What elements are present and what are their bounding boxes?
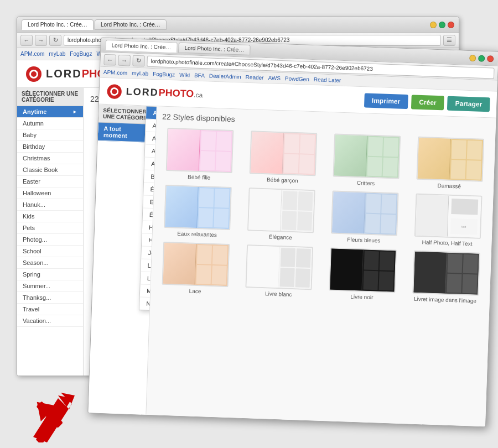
front-bm-wiki[interactable]: Wiki (179, 72, 190, 79)
front-thumb-bebefille (166, 128, 234, 173)
front-refresh-button[interactable]: ↻ (132, 55, 145, 66)
front-label-damasse: Damassé (437, 183, 461, 189)
sidebar-item-vacation[interactable]: Vacation... (17, 315, 83, 327)
front-gallery-item-damasse[interactable]: Damassé (410, 136, 490, 190)
front-gallery-item-lace[interactable]: Lace (156, 241, 236, 295)
front-thumb-elegance (247, 187, 315, 233)
back-sidebar: SÉLECTIONNER UNE CATÉGORIE Anytime ► Aut… (17, 88, 84, 376)
front-bm-powdgen[interactable]: PowdGen (285, 75, 309, 82)
sidebar-item-travel[interactable]: Travel (17, 304, 83, 315)
front-gallery-grid: Bébé fille Bébé garçon (156, 128, 490, 305)
front-thumb-lace (162, 242, 230, 287)
sidebar-item-school[interactable]: School (17, 246, 83, 257)
front-thumb-halfphoto: text (414, 194, 482, 239)
front-label-elegance: Élégance (269, 233, 292, 240)
sidebar-item-anytime[interactable]: Anytime ► (17, 106, 83, 118)
front-gallery-item-eauxrelaxantes[interactable]: Eaux relaxantes (158, 185, 238, 239)
front-back-button[interactable]: ← (103, 54, 116, 65)
front-gallery-area: 22 Styles disponibles Bébé fille (146, 106, 496, 426)
front-thumb-bebegarcon (250, 131, 318, 176)
svg-point-2 (31, 71, 37, 77)
front-gallery-item-bebeenfant[interactable]: Bébé fille (160, 128, 240, 182)
front-bm-bfa[interactable]: BFA (194, 72, 205, 79)
arrow-svg (28, 393, 77, 442)
front-gallery-item-livretimage[interactable]: Livret image dans l'image (406, 250, 486, 304)
sidebar-item-pets[interactable]: Pets (17, 222, 83, 234)
front-bm-aws[interactable]: AWS (268, 75, 281, 81)
front-header-buttons: Imprimer Créer Partager (364, 93, 490, 112)
front-bm-fogbugz[interactable]: FogBugz (153, 71, 175, 77)
front-logo-icon (106, 83, 123, 100)
front-gallery-item-livreblanc[interactable]: Livre blanc (240, 244, 319, 299)
front-label-lace: Lace (189, 288, 201, 294)
front-label-livrenoir: Livre noir (350, 294, 373, 300)
sidebar-item-kids[interactable]: Kids (17, 211, 83, 222)
sidebar-item-easter[interactable]: Easter (17, 176, 83, 187)
front-close-button[interactable] (487, 55, 494, 62)
front-label-halfphoto: Half Photo, Half Text (422, 239, 472, 247)
front-label-critters: Critters (357, 180, 375, 186)
sidebar-item-classicbook[interactable]: Classic Book (17, 164, 83, 176)
front-minimize-button[interactable] (469, 54, 476, 61)
front-gallery-item-bebegarcon[interactable]: Bébé garçon (243, 131, 323, 185)
back-category-header: SÉLECTIONNER UNE CATÉGORIE (17, 88, 83, 106)
sidebar-item-baby[interactable]: Baby (17, 129, 83, 141)
refresh-button[interactable]: ↻ (49, 35, 61, 46)
front-logo-area: LORDPHOTO.ca (106, 83, 203, 103)
front-create-button[interactable]: Créer (411, 95, 444, 110)
front-tab-1[interactable]: Lord Photo Inc. : Créez et ... (105, 40, 178, 53)
minimize-button[interactable] (430, 22, 437, 28)
front-tab-2[interactable]: Lord Photo Inc. : Créez et ... (178, 43, 251, 56)
sidebar-item-christmas[interactable]: Christmas (17, 153, 83, 164)
front-thumb-damasse (416, 137, 484, 182)
front-thumb-livretimage (412, 251, 480, 296)
sidebar-item-hanuk[interactable]: Hanuk... (17, 199, 83, 211)
sidebar-item-autumn[interactable]: Autumn (17, 118, 83, 129)
front-gallery-item-halfphoto[interactable]: text Half Photo, Half Text (408, 193, 488, 247)
front-bm-dealeradmin[interactable]: DealerAdmin (209, 73, 241, 80)
sidebar-item-thanksg[interactable]: Thanksg... (17, 292, 83, 304)
front-print-button[interactable]: Imprimer (364, 93, 408, 109)
front-gallery-item-livrenoir[interactable]: Livre noir (323, 247, 402, 301)
sidebar-item-halloween[interactable]: Halloween (17, 187, 83, 199)
front-gallery-item-fleurbleues[interactable]: Fleurs bleues (325, 190, 404, 244)
front-gallery-item-elegance[interactable]: Élégance (241, 187, 321, 242)
front-label-bebegarcon: Bébé garçon (267, 176, 298, 184)
front-label-livretimage: Livret image dans l'image (414, 296, 476, 304)
back-tab-2[interactable]: Lord Photo Inc. : Créez et ... (95, 19, 167, 30)
front-label-livreblanc: Livre blanc (265, 290, 292, 298)
back-tab-bar: Lord Photo Inc. : Créez et ... Lord Phot… (22, 19, 426, 30)
front-maximize-button[interactable] (478, 55, 485, 61)
front-label-fleursbleues: Fleurs bleues (347, 236, 380, 243)
logo-icon (25, 65, 43, 83)
front-share-button[interactable]: Partager (447, 96, 490, 112)
window-controls (430, 22, 454, 28)
bm-mylab[interactable]: myLab (49, 51, 65, 57)
front-forward-button[interactable]: → (118, 54, 131, 66)
front-gallery-item-critters[interactable]: Critters (327, 133, 407, 187)
forward-button[interactable]: → (35, 35, 47, 46)
front-window-controls (469, 54, 494, 62)
sidebar-item-birthday[interactable]: Birthday (17, 141, 83, 153)
bm-fogbugz[interactable]: FogBugz (70, 51, 92, 57)
bm-apmcom[interactable]: APM.com (20, 51, 44, 57)
sidebar-item-spring[interactable]: Spring (17, 269, 83, 280)
close-button[interactable] (448, 22, 454, 28)
sidebar-item-season[interactable]: Season... (17, 257, 83, 269)
maximize-button[interactable] (439, 22, 445, 28)
settings-icon[interactable]: ☰ (443, 35, 455, 46)
front-thumb-fleursbleues (331, 190, 399, 236)
front-bm-reader[interactable]: Reader (246, 74, 264, 81)
back-titlebar: Lord Photo Inc. : Créez et ... Lord Phot… (17, 17, 459, 33)
front-bm-mylab[interactable]: myLab (132, 70, 148, 77)
sidebar-item-photog[interactable]: Photog... (17, 234, 83, 246)
front-bm-apmcom[interactable]: APM.com (103, 69, 128, 76)
front-thumb-eauxrelaxantes (164, 185, 232, 230)
back-button[interactable]: ← (20, 35, 33, 46)
front-sidebar: SÉLECTIONNER UNE CATÉGORIE A tout moment… (88, 105, 157, 415)
front-bm-readlater[interactable]: Read Later (314, 76, 341, 84)
sidebar-item-summer[interactable]: Summer... (17, 280, 83, 292)
front-site-content: SÉLECTIONNER UNE CATÉGORIE A tout moment… (88, 105, 496, 427)
front-label-bebefille: Bébé fille (188, 174, 210, 180)
back-tab-1[interactable]: Lord Photo Inc. : Créez et ... (22, 19, 94, 30)
